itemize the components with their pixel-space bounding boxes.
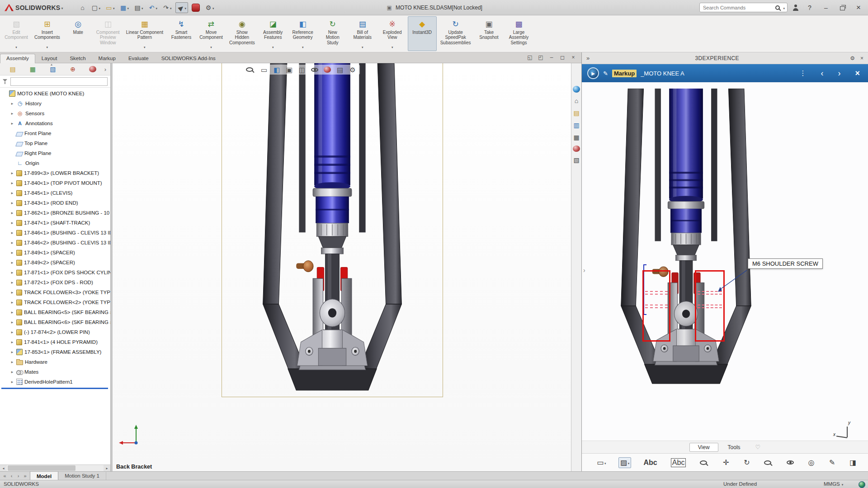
pan-tool[interactable]: ✛ bbox=[721, 458, 731, 468]
expand-arrow-icon[interactable]: ▸ bbox=[10, 340, 14, 344]
sheet-next-icon[interactable]: › bbox=[15, 473, 21, 479]
tree-item[interactable]: ▸ 17-846<2> (BUSHING - CLEVIS 13 ID bbox=[0, 238, 110, 248]
expand-arrow-icon[interactable]: ▸ bbox=[10, 121, 14, 126]
tree-item[interactable]: ▸ 17-862<1> (BRONZE BUSHING - 10 ID bbox=[0, 208, 110, 218]
graphics-viewport[interactable]: ▭ ◧ ▣ ◫ ▤ ⚙ bbox=[113, 63, 571, 471]
edit-appearance-icon[interactable] bbox=[324, 66, 331, 73]
dropdown-caret-icon[interactable] bbox=[170, 5, 172, 11]
tree-item[interactable]: ▸ Annotations bbox=[0, 118, 110, 128]
open-document-button[interactable]: ▭ bbox=[104, 3, 116, 13]
zoom-in-tool[interactable] bbox=[698, 460, 710, 466]
favorite-heart-icon[interactable]: ♡ bbox=[755, 444, 761, 450]
bill-of-materials-button[interactable]: Bill of Materials bbox=[348, 16, 377, 51]
dropdown-caret-icon[interactable] bbox=[604, 460, 606, 466]
expand-arrow-icon[interactable]: ▸ bbox=[10, 230, 14, 235]
panel-close-icon[interactable]: × bbox=[860, 55, 863, 61]
scroll-left-icon[interactable]: ◂ bbox=[0, 465, 7, 471]
dropdown-caret-icon[interactable] bbox=[127, 5, 129, 11]
tree-item[interactable]: MOTO KNEE (MOTO KNEE) bbox=[0, 89, 110, 99]
previous-markup-icon[interactable]: ‹ bbox=[821, 69, 823, 78]
instant3d-button[interactable]: Instant3D bbox=[408, 16, 437, 51]
show-hidden-components-button[interactable]: Show Hidden Components bbox=[226, 16, 258, 51]
menu-expand-icon[interactable] bbox=[61, 5, 66, 11]
dropdown-caret-icon[interactable] bbox=[392, 43, 393, 50]
dropdown-caret-icon[interactable] bbox=[302, 43, 304, 50]
xpress-products-button[interactable] bbox=[190, 3, 201, 13]
assembly-features-button[interactable]: Assembly Features bbox=[259, 16, 288, 51]
tree-item[interactable]: ▸ TRACK FOLLOWER<3> (YOKE TYPE F bbox=[0, 287, 110, 297]
expand-arrow-icon[interactable]: ▸ bbox=[10, 270, 14, 275]
mate-button[interactable]: Mate bbox=[64, 16, 93, 51]
options-gear-button[interactable]: ⚙ bbox=[203, 3, 216, 13]
tree-item[interactable]: ▸ BALL BEARING<5> (SKF BEARING #6 bbox=[0, 307, 110, 317]
markup-view-area[interactable]: › M6 SHOULDER SCREW y x bbox=[582, 82, 868, 441]
home-button[interactable]: ⌂ bbox=[77, 3, 87, 13]
tree-item[interactable]: ▸ 17-841<1> (4 HOLE PYRAMID) bbox=[0, 337, 110, 347]
expand-arrow-icon[interactable]: ▸ bbox=[10, 360, 14, 364]
search-commands-box[interactable] bbox=[699, 3, 788, 12]
tree-filter-input[interactable] bbox=[10, 77, 108, 86]
zoom-to-area-icon[interactable]: ▭ bbox=[260, 66, 268, 74]
ink-color-tool[interactable]: ◎ bbox=[807, 458, 816, 468]
dropdown-caret-icon[interactable] bbox=[156, 5, 158, 11]
tab-evaluate[interactable]: Evaluate bbox=[122, 54, 155, 63]
rotate-view-tool[interactable]: ↻ bbox=[742, 458, 752, 468]
tree-item[interactable]: ▸ 17-899<3> (LOWER BRACKET) bbox=[0, 168, 110, 178]
expand-arrow-icon[interactable]: ▸ bbox=[10, 201, 14, 205]
display-style-icon[interactable]: ◫ bbox=[298, 66, 306, 74]
dropdown-caret-icon[interactable] bbox=[210, 43, 212, 50]
tree-item[interactable]: ▸ 17-853<1> (FRAME ASSEMBLY) bbox=[0, 347, 110, 357]
viewport-tile-icon[interactable]: ◰ bbox=[537, 53, 544, 61]
reference-geometry-button[interactable]: Reference Geometry bbox=[288, 16, 317, 51]
dropdown-caret-icon[interactable] bbox=[627, 460, 630, 466]
dimxpertmanager-tab[interactable]: ⊕ bbox=[69, 65, 76, 73]
insert-components-button[interactable]: Insert Components bbox=[32, 16, 63, 51]
tree-item[interactable]: ▸ Sensors bbox=[0, 108, 110, 118]
tab-solidworks-addins[interactable]: SOLIDWORKS Add-Ins bbox=[155, 54, 222, 63]
expand-arrow-icon[interactable]: ▸ bbox=[10, 240, 14, 245]
tab-assembly[interactable]: Assembly bbox=[0, 54, 35, 63]
panel-flyout-chevron[interactable]: › bbox=[583, 267, 585, 274]
text-tool[interactable]: Abc bbox=[642, 458, 658, 468]
dropdown-caret-icon[interactable] bbox=[141, 5, 143, 11]
component-preview-window-button[interactable]: Component Preview Window bbox=[94, 16, 123, 51]
next-markup-icon[interactable]: › bbox=[838, 69, 840, 78]
tree-item[interactable]: ▸ Hardware bbox=[0, 357, 110, 367]
tree-item[interactable]: ▸ DerivedHolePattern1 bbox=[0, 377, 110, 387]
tree-item[interactable]: ▸ 17-849<1> (SPACER) bbox=[0, 248, 110, 258]
expand-arrow-icon[interactable]: ▸ bbox=[10, 191, 14, 195]
tree-item[interactable]: ▸ History bbox=[0, 99, 110, 108]
large-assembly-settings-button[interactable]: Large Assembly Settings bbox=[505, 16, 533, 51]
close-button[interactable]: × bbox=[853, 3, 864, 13]
dropdown-caret-icon[interactable] bbox=[272, 43, 274, 50]
update-speedpak-button[interactable]: Update SpeedPak Subassemblies bbox=[438, 16, 474, 51]
view-palette-pane-tab[interactable]: ▦ bbox=[573, 133, 580, 141]
dropdown-caret-icon[interactable] bbox=[47, 43, 48, 50]
hide-show-items-icon[interactable] bbox=[311, 68, 318, 72]
sheet-first-icon[interactable]: « bbox=[2, 473, 8, 479]
doc-close-icon[interactable]: × bbox=[570, 53, 577, 61]
tree-item[interactable]: ▸ 17-843<1> (ROD END) bbox=[0, 198, 110, 208]
present-screen-tool[interactable]: ▭ bbox=[595, 458, 608, 468]
restore-button[interactable] bbox=[836, 3, 848, 13]
tree-item[interactable]: ▸ 17-840<1> (TOP PIVOT MOUNT) bbox=[0, 178, 110, 188]
edit-component-button[interactable]: Edit Component bbox=[2, 16, 31, 51]
close-markup-icon[interactable]: × bbox=[855, 69, 860, 78]
split-compare-tool[interactable]: ◨ bbox=[848, 458, 858, 468]
tree-item[interactable]: Origin bbox=[0, 158, 110, 168]
undo-button[interactable]: ↶ bbox=[147, 3, 159, 13]
motion-study-tab[interactable]: Motion Study 1 bbox=[58, 471, 106, 480]
expand-arrow-icon[interactable]: ▸ bbox=[10, 260, 14, 265]
doc-restore-icon[interactable]: ◻ bbox=[559, 53, 566, 61]
overflow-menu-icon[interactable]: ⋮ bbox=[799, 69, 806, 77]
expand-arrow-icon[interactable]: ▸ bbox=[10, 171, 14, 175]
tools-tab[interactable]: Tools bbox=[719, 443, 749, 452]
tree-item[interactable]: ▸ 17-847<1> (SHAFT-TRACK) bbox=[0, 218, 110, 228]
expand-arrow-icon[interactable]: ▸ bbox=[10, 280, 14, 285]
tree-item[interactable]: ▸ 17-871<1> (FOX DPS SHOCK CYLINDE bbox=[0, 267, 110, 277]
panel-expand-chevron[interactable]: › bbox=[103, 66, 108, 73]
dropdown-caret-icon[interactable] bbox=[15, 43, 17, 50]
file-explorer-pane-tab[interactable]: ▥ bbox=[573, 121, 580, 129]
search-icon[interactable] bbox=[775, 5, 780, 10]
propertymanager-tab[interactable]: ▦ bbox=[29, 65, 36, 73]
